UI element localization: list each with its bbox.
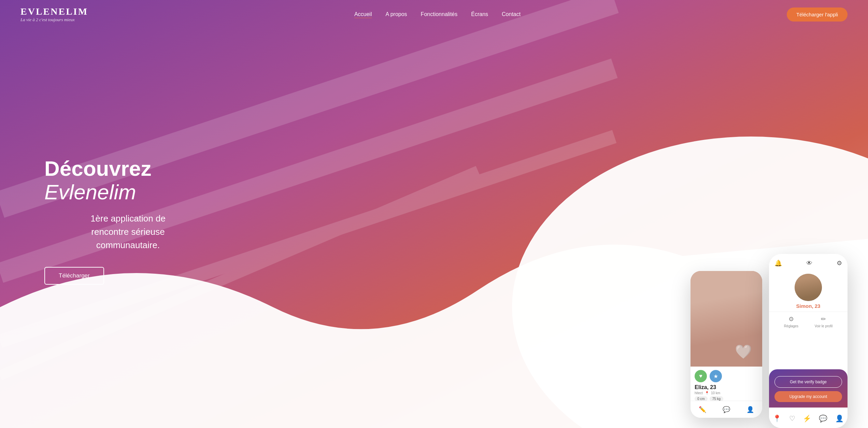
nav-fonctionnalites[interactable]: Fonctionnalités — [421, 11, 458, 17]
profile-section: Simon, 23 — [769, 270, 848, 312]
phones-container: 🤍 ♥ ★ Eliza, 23 hitect 📍 10 km 0 cm 75 k… — [691, 254, 848, 428]
action-row: ⚙ Réglages ✏ Voir le profil — [769, 312, 848, 331]
eliza-profession: hitect — [695, 391, 703, 395]
front-lightning-icon[interactable]: ⚡ — [803, 414, 811, 423]
bottom-sheet: Get the verify badge Upgrade my account — [769, 369, 848, 408]
phone-back: 🤍 ♥ ★ Eliza, 23 hitect 📍 10 km 0 cm 75 k… — [691, 271, 762, 418]
hero-subtitle-line2: rencontre sérieuse — [91, 227, 165, 237]
front-heart-icon[interactable]: ♡ — [789, 414, 795, 423]
nav-accueil[interactable]: Accueil — [354, 11, 372, 17]
nav-apropos[interactable]: A propos — [385, 11, 407, 17]
badge-blue: ★ — [710, 370, 722, 382]
eye-icon: 👁 — [806, 260, 812, 267]
hero-subtitle-line1: 1ère application de — [90, 213, 166, 224]
badge-green: ♥ — [695, 370, 707, 382]
verify-badge-button[interactable]: Get the verify badge — [774, 376, 842, 388]
hero-title-bold: Découvrez — [44, 157, 152, 180]
logo-subtitle: La vie à 2 c'est toujours mieux — [20, 17, 88, 23]
hero-subtitle: 1ère application de rencontre sérieuse c… — [44, 212, 212, 252]
phone-bottom-nav: 📍 ♡ ⚡ 💬 👤 — [769, 408, 848, 428]
nav-contact[interactable]: Contact — [502, 11, 521, 17]
upgrade-account-button[interactable]: Upgrade my account — [774, 391, 842, 402]
phone-top-bar: 🔔 👁 ⚙ — [769, 254, 848, 270]
bell-icon: 🔔 — [774, 259, 782, 267]
hero-content: Découvrez Evlenelim 1ère application de … — [0, 116, 239, 312]
back-phone-chat-icon: 💬 — [723, 406, 730, 413]
pencil-icon: ✏ — [821, 315, 826, 323]
hero-download-button[interactable]: Télécharger — [44, 267, 104, 285]
eliza-name: Eliza, 23 — [695, 384, 758, 390]
reglages-action[interactable]: ⚙ Réglages — [784, 315, 798, 328]
location-icon: 📍 — [705, 391, 709, 395]
settings-icon: ⚙ — [788, 315, 794, 323]
header: EVLENELIM La vie à 2 c'est toujours mieu… — [0, 0, 868, 29]
front-chat-icon[interactable]: 💬 — [819, 414, 827, 423]
logo: EVLENELIM La vie à 2 c'est toujours mieu… — [20, 6, 88, 23]
nav-ecrans[interactable]: Écrans — [471, 11, 488, 17]
front-location-icon[interactable]: 📍 — [773, 414, 781, 423]
voir-profil-label: Voir le profil — [815, 324, 833, 328]
front-person-icon[interactable]: 👤 — [835, 414, 844, 423]
logo-title: EVLENELIM — [20, 6, 88, 17]
simon-name: Simon, 23 — [769, 303, 848, 309]
back-phone-pencil-icon: ✏️ — [699, 406, 706, 413]
hero-subtitle-line3: communautaire. — [96, 240, 160, 250]
back-phone-person-icon: 👤 — [746, 406, 754, 413]
main-nav: Accueil A propos Fonctionnalités Écrans … — [354, 11, 521, 17]
reglages-label: Réglages — [784, 324, 798, 328]
hero-title: Découvrez Evlenelim — [44, 157, 212, 203]
eliza-distance: 10 km — [711, 391, 720, 395]
header-download-button[interactable]: Télécharger l'appli — [787, 8, 848, 22]
simon-avatar — [795, 274, 822, 301]
sliders-icon: ⚙ — [837, 259, 842, 267]
hero-title-italic: Evlenelim — [44, 180, 136, 204]
phone-front: 🔔 👁 ⚙ Simon, 23 ⚙ Réglages ✏ Voir — [769, 254, 848, 428]
voir-profil-action[interactable]: ✏ Voir le profil — [815, 315, 833, 328]
